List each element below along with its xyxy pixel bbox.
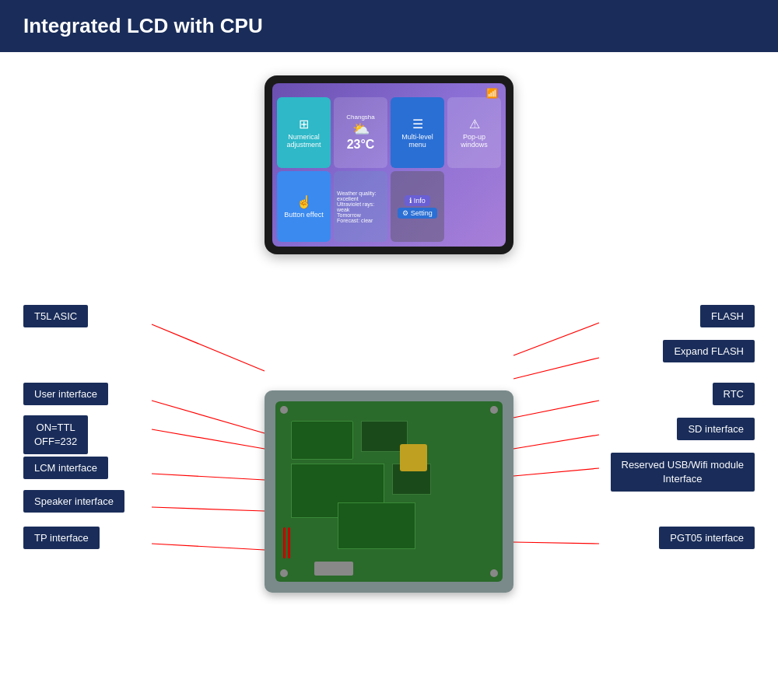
- pcb-frame: [265, 390, 513, 593]
- pcb-board: [275, 401, 503, 582]
- device-screen: 📶 ⊞ Numericaladjustment Changsha ⛅ 23°C …: [272, 83, 506, 247]
- svg-line-2: [152, 429, 265, 449]
- label-flash: FLASH: [700, 305, 755, 327]
- tile-info: ℹ Info: [405, 195, 430, 206]
- svg-line-8: [513, 401, 599, 418]
- tile-setting: ⚙ Setting: [398, 208, 437, 219]
- tile-numerical: ⊞ Numericaladjustment: [277, 97, 331, 168]
- tile-empty: [447, 171, 501, 242]
- label-lcm: LCM interface: [23, 457, 108, 479]
- label-pgt: PGT05 interface: [659, 527, 755, 549]
- screw-tl: [280, 406, 288, 414]
- screw-bl: [280, 569, 288, 577]
- page-header: Integrated LCD with CPU: [0, 0, 778, 52]
- chip-1: [400, 444, 427, 471]
- tile-weather: Changsha ⛅ 23°C: [334, 97, 387, 168]
- label-usb: Reserved USB/Wifi moduleInterface: [611, 453, 755, 492]
- tile-weather-details: Weather quality: excellent Ultraviolet r…: [334, 171, 387, 242]
- svg-line-11: [513, 542, 599, 544]
- svg-line-9: [513, 435, 599, 449]
- label-onttl: ON=TTLOFF=232: [23, 415, 88, 454]
- svg-line-7: [513, 358, 599, 379]
- tile-button: ☝ Button effect: [277, 171, 331, 242]
- pcb-component-1: [291, 421, 353, 460]
- svg-line-0: [152, 324, 265, 371]
- pcb-component-5: [338, 502, 415, 549]
- label-rtc: RTC: [713, 383, 755, 405]
- pcb-board-container: [265, 390, 513, 593]
- svg-line-10: [513, 468, 599, 476]
- device-frame: 📶 ⊞ Numericaladjustment Changsha ⛅ 23°C …: [265, 75, 513, 254]
- screen-grid: ⊞ Numericaladjustment Changsha ⛅ 23°C ☰ …: [272, 83, 506, 247]
- svg-line-5: [152, 544, 265, 550]
- svg-line-6: [513, 323, 599, 355]
- screw-br: [490, 569, 498, 577]
- svg-line-1: [152, 401, 265, 433]
- label-expand-flash: Expand FLASH: [663, 340, 755, 362]
- tile-info-container: ℹ Info ⚙ Setting: [391, 171, 444, 242]
- label-user: User interface: [23, 383, 108, 405]
- tile-popup: ⚠ Pop-upwindows: [447, 97, 501, 168]
- wire-1: [283, 527, 286, 558]
- lcd-section: 📶 ⊞ Numericaladjustment Changsha ⛅ 23°C …: [0, 52, 778, 270]
- page-title: Integrated LCD with CPU: [23, 14, 263, 37]
- svg-line-3: [152, 474, 265, 480]
- wifi-icon: 📶: [486, 88, 498, 99]
- wire-2: [288, 527, 290, 558]
- svg-line-4: [152, 507, 265, 511]
- label-t5l: T5L ASIC: [23, 305, 88, 327]
- label-tp: TP interface: [23, 527, 100, 549]
- label-sd: SD interface: [677, 418, 755, 440]
- ethernet-port: [314, 562, 353, 576]
- pcb-section: T5L ASIC User interface ON=TTLOFF=232 LC…: [0, 270, 778, 700]
- screw-tr: [490, 406, 498, 414]
- label-speaker: Speaker interface: [23, 490, 124, 513]
- tile-menu: ☰ Multi-levelmenu: [391, 97, 444, 168]
